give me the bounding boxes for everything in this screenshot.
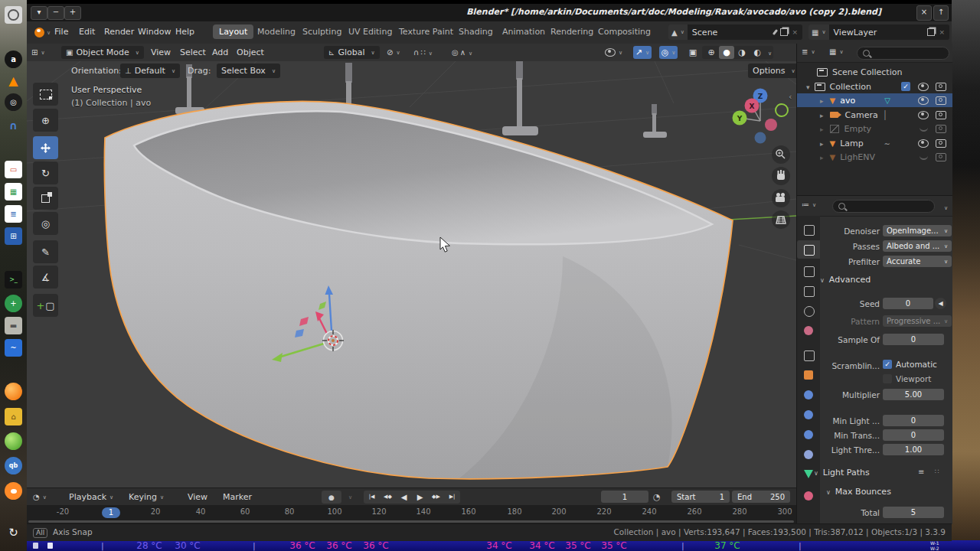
marker-menu[interactable]: Marker	[223, 491, 252, 504]
viewport-checkbox-row[interactable]: Viewport	[883, 374, 931, 383]
proportional-edit-group[interactable]: ◎∧	[452, 46, 472, 59]
multiplier-field[interactable]: 5.00	[883, 389, 944, 400]
menu-render[interactable]: Render	[104, 27, 134, 37]
stopwatch-icon[interactable]: ◔	[653, 491, 661, 504]
jump-start-button[interactable]: |◀	[364, 491, 380, 504]
app-icon-logo[interactable]	[5, 6, 22, 24]
scene-selector[interactable]: ▲ Scene×	[668, 24, 802, 40]
shading-rendered-button[interactable]: ◐	[750, 46, 765, 59]
row-scene-collection[interactable]: Scene Collection	[797, 65, 952, 79]
sample-field[interactable]: 0	[883, 334, 944, 345]
hide-closed-icon[interactable]	[920, 154, 928, 160]
timeline-scrollbar[interactable]	[28, 520, 794, 523]
workspace-tab-modeling[interactable]: Modeling	[251, 24, 302, 39]
render-toggle-icon[interactable]	[936, 111, 946, 119]
properties-editor-dropdown[interactable]: ≔	[802, 201, 816, 209]
end-frame-field[interactable]: End250	[732, 491, 790, 503]
options-dropdown[interactable]: Options	[748, 64, 796, 78]
pin-icon[interactable]	[773, 29, 778, 35]
app-icon-monitor[interactable]: ~	[5, 339, 22, 357]
render-toggle-icon[interactable]	[936, 96, 946, 105]
hide-closed-icon[interactable]	[920, 126, 928, 132]
workspace-tab-texturepaint[interactable]: Texture Paint	[393, 24, 459, 39]
app-icon-calculator[interactable]: ⊞	[5, 227, 22, 245]
outliner-search[interactable]	[857, 47, 949, 60]
menu-add[interactable]: Add	[212, 46, 228, 59]
row-camera[interactable]: Camera │	[797, 108, 952, 122]
disclosure-icon[interactable]	[820, 124, 824, 134]
sidebar-collapse-icon[interactable]: ‹	[789, 92, 792, 102]
menu-view[interactable]: View	[151, 46, 171, 59]
hide-icon[interactable]	[918, 96, 929, 105]
keying-menu[interactable]: Keying	[129, 491, 164, 504]
window-menu-button[interactable]: ▾	[31, 6, 47, 20]
app-icon-vlc[interactable]: ▲	[5, 72, 22, 90]
app-icon-archive[interactable]: ▬	[5, 317, 22, 334]
mode-dropdown[interactable]: ▣Object Mode	[61, 46, 144, 59]
tool-cursor[interactable]: ⊕	[33, 109, 58, 132]
passes-dropdown[interactable]: Albedo and ...	[883, 240, 952, 252]
denoiser-dropdown[interactable]: OpenImage...	[883, 225, 952, 236]
scene-browse-button[interactable]: ▲	[668, 24, 688, 40]
shading-solid-button[interactable]: ●	[719, 46, 734, 59]
render-toggle-icon[interactable]	[936, 83, 946, 91]
tab-output[interactable]	[804, 266, 815, 277]
drag-dropdown[interactable]: Select Box	[217, 64, 280, 78]
menu-help[interactable]: Help	[175, 27, 194, 37]
app-icon-blender[interactable]	[5, 482, 22, 500]
tool-annotate[interactable]: ✎	[33, 240, 58, 263]
menu-object[interactable]: Object	[237, 46, 264, 59]
current-frame-indicator[interactable]: 1	[102, 507, 120, 518]
scrambling-checkbox-row[interactable]: Automatic	[883, 360, 937, 369]
viewlayer-selector[interactable]: ▦ ViewLayer×	[808, 24, 949, 40]
new-scene-icon[interactable]	[780, 28, 788, 36]
prefilter-dropdown[interactable]: Accurate	[883, 256, 952, 267]
app-icon-amarok[interactable]: a	[5, 51, 22, 68]
play-reverse-button[interactable]: ◀	[396, 491, 412, 504]
overlays-toggle[interactable]: ◎	[659, 46, 678, 59]
app-icon-impress[interactable]: ▭	[5, 161, 22, 178]
viewport-3d[interactable]: Z X Y Orientation: ⊥Default	[27, 61, 796, 487]
app-icon-qbittorrent[interactable]: qb	[5, 457, 22, 474]
menu-edit[interactable]: Edit	[79, 27, 95, 37]
keying-set-dropdown[interactable]	[345, 491, 352, 504]
prev-keyframe-button[interactable]: ◀◆	[380, 491, 396, 504]
tab-data[interactable]	[804, 470, 813, 478]
workspace-tab-layout[interactable]: Layout	[213, 24, 253, 39]
app-icon-audio[interactable]: ∩	[5, 116, 22, 134]
render-toggle-icon[interactable]	[936, 153, 946, 161]
trash-icon[interactable]	[33, 543, 38, 549]
seed-animate-icon[interactable]: ◀	[935, 298, 946, 309]
axis-ball-neg-z[interactable]	[755, 132, 766, 144]
tab-material[interactable]	[804, 491, 813, 500]
jump-end-button[interactable]: ▶|	[444, 491, 460, 504]
min-light-field[interactable]: 0	[883, 415, 944, 426]
tool-measure[interactable]: ∡	[33, 266, 58, 289]
xray-toggle[interactable]: ▣	[684, 46, 702, 59]
checkbox-checked[interactable]	[883, 360, 892, 369]
window-close-button[interactable]: ×	[916, 5, 932, 21]
tool-rotate[interactable]: ↻	[33, 161, 58, 184]
min-trans-field[interactable]: 0	[883, 429, 944, 441]
zoom-button[interactable]	[772, 145, 790, 164]
light-paths-section-header[interactable]: Light Paths	[814, 468, 870, 478]
hide-icon[interactable]	[918, 111, 929, 119]
transform-orientation-dropdown[interactable]: ⊾Global	[324, 46, 380, 59]
tab-viewlayer[interactable]	[804, 286, 815, 297]
file-icon[interactable]	[47, 543, 53, 549]
tool-move[interactable]	[33, 136, 58, 159]
collection-checkbox[interactable]	[901, 82, 910, 91]
menu-select[interactable]: Select	[180, 46, 206, 59]
play-button[interactable]: ▶	[412, 491, 428, 504]
hide-icon[interactable]	[918, 83, 929, 91]
axis-ball-neg-x[interactable]	[765, 119, 777, 131]
app-icon-refresh[interactable]: ↻	[5, 523, 22, 541]
navigation-gizmo[interactable]: Z X Y	[733, 89, 789, 144]
pan-hand-button[interactable]	[772, 167, 790, 185]
unlink-scene-icon[interactable]: ×	[792, 28, 798, 36]
next-keyframe-button[interactable]: ◆▶	[428, 491, 444, 504]
app-icon-obs[interactable]: ◎	[5, 93, 22, 111]
axis-ball-neg-y[interactable]	[776, 104, 788, 116]
menu-file[interactable]: File	[54, 27, 68, 37]
new-viewlayer-icon[interactable]	[927, 28, 935, 36]
